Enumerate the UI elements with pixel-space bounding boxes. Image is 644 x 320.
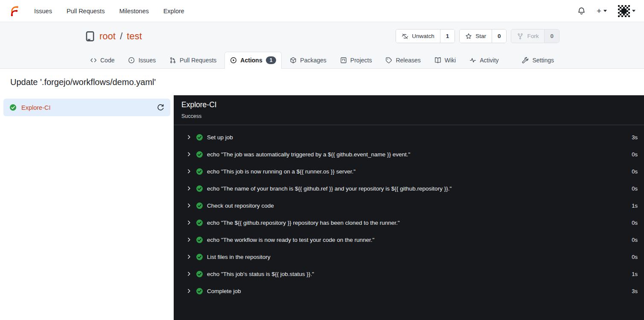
nav-item-issues[interactable]: Issues bbox=[27, 4, 59, 18]
tab-issues[interactable]: Issues bbox=[122, 52, 161, 68]
tab-label: Issues bbox=[138, 57, 155, 64]
forgejo-logo[interactable] bbox=[9, 5, 20, 17]
plus-icon: + bbox=[597, 7, 601, 15]
nav-item-pull-requests[interactable]: Pull Requests bbox=[59, 4, 112, 18]
check-circle-dark-icon bbox=[196, 168, 203, 175]
step-row[interactable]: Complete job3s bbox=[174, 282, 644, 299]
step-duration: 0s bbox=[632, 237, 638, 243]
tab-label: Activity bbox=[480, 57, 498, 64]
step-duration: 1s bbox=[632, 271, 638, 277]
repo-name-link[interactable]: test bbox=[127, 31, 142, 42]
chevron-right-icon bbox=[186, 168, 192, 174]
chevron-right-icon bbox=[186, 203, 192, 208]
check-circle-dark-icon bbox=[196, 151, 203, 158]
star-button[interactable]: Star bbox=[460, 29, 492, 43]
check-circle-dark-icon bbox=[196, 202, 203, 209]
tab-activity[interactable]: Activity bbox=[464, 52, 504, 68]
step-row[interactable]: echo "The name of your branch is ${{ git… bbox=[174, 180, 644, 197]
check-circle-dark-icon bbox=[196, 185, 203, 192]
tab-settings[interactable]: Settings bbox=[516, 52, 559, 68]
steps-list: Set up job3secho "The job was automatica… bbox=[174, 125, 644, 299]
tab-releases[interactable]: Releases bbox=[380, 52, 426, 68]
rerun-job-icon[interactable] bbox=[157, 104, 164, 111]
code-icon bbox=[90, 57, 97, 64]
repo-owner-link[interactable]: root bbox=[99, 31, 116, 42]
step-name: echo "The job was automatically triggere… bbox=[207, 151, 410, 158]
check-circle-dark-icon bbox=[196, 288, 203, 295]
log-job-title: Explore-CI bbox=[181, 100, 636, 109]
page-title: Update '.forgejo/workflows/demo.yaml' bbox=[10, 77, 156, 87]
tab-actions[interactable]: Actions1 bbox=[224, 52, 282, 69]
tab-label: Settings bbox=[532, 57, 554, 64]
repo-tabs: CodeIssuesPull RequestsActions1PackagesP… bbox=[85, 52, 559, 68]
star-count[interactable]: 0 bbox=[492, 29, 507, 43]
check-circle-dark-icon bbox=[196, 236, 203, 244]
jobs-sidebar: Explore-CI bbox=[0, 95, 174, 320]
step-row[interactable]: echo "The ${{ github.repository }} repos… bbox=[174, 214, 644, 231]
step-name: echo "The name of your branch is ${{ git… bbox=[207, 185, 452, 192]
step-name: echo "The workflow is now ready to test … bbox=[207, 237, 374, 243]
nav-item-milestones[interactable]: Milestones bbox=[112, 4, 156, 18]
nav-item-explore[interactable]: Explore bbox=[156, 4, 192, 18]
actions-count-badge: 1 bbox=[266, 56, 277, 64]
check-circle-dark-icon bbox=[196, 134, 203, 141]
tab-label: Wiki bbox=[445, 57, 456, 64]
job-item-explore-ci[interactable]: Explore-CI bbox=[3, 99, 170, 116]
step-row[interactable]: echo "The job was automatically triggere… bbox=[174, 146, 644, 163]
package-icon bbox=[290, 57, 297, 64]
step-row[interactable]: List files in the repository0s bbox=[174, 248, 644, 265]
step-duration: 0s bbox=[632, 220, 638, 226]
step-row[interactable]: Set up job3s bbox=[174, 129, 644, 146]
tab-wiki[interactable]: Wiki bbox=[429, 52, 461, 68]
tab-label: Actions bbox=[240, 57, 262, 64]
eye-off-icon bbox=[402, 33, 408, 40]
unwatch-label: Unwatch bbox=[412, 33, 434, 39]
fork-icon bbox=[517, 33, 524, 40]
create-new-button[interactable]: + bbox=[597, 7, 607, 15]
issue-icon bbox=[128, 57, 135, 64]
user-menu-button[interactable] bbox=[618, 5, 635, 17]
chevron-right-icon bbox=[186, 220, 192, 226]
caret-down-icon bbox=[603, 10, 607, 12]
fork-label: Fork bbox=[527, 33, 539, 39]
tab-projects[interactable]: Projects bbox=[335, 52, 378, 68]
star-icon bbox=[465, 33, 472, 40]
step-row[interactable]: echo "The workflow is now ready to test … bbox=[174, 231, 644, 248]
unwatch-count[interactable]: 1 bbox=[440, 29, 455, 43]
step-duration: 1s bbox=[632, 203, 638, 209]
chevron-right-icon bbox=[186, 134, 192, 140]
repo-header: root / test Unwatch1Star0Fork0 CodeIssue… bbox=[0, 22, 644, 69]
top-navbar: IssuesPull RequestsMilestonesExplore + bbox=[0, 0, 644, 22]
job-name: Explore-CI bbox=[21, 104, 51, 111]
tab-pull-requests[interactable]: Pull Requests bbox=[164, 52, 222, 68]
step-name: echo "This job is now running on a ${{ r… bbox=[207, 168, 356, 175]
step-row[interactable]: echo "This job's status is ${{ job.statu… bbox=[174, 265, 644, 282]
step-row[interactable]: Check out repository code1s bbox=[174, 197, 644, 214]
tab-label: Projects bbox=[350, 57, 372, 64]
tools-icon bbox=[522, 57, 529, 64]
tag-icon bbox=[385, 57, 392, 64]
repository-icon bbox=[85, 31, 96, 42]
chevron-right-icon bbox=[186, 254, 192, 260]
chevron-right-icon bbox=[186, 151, 192, 157]
step-row[interactable]: echo "This job is now running on a ${{ r… bbox=[174, 163, 644, 180]
fork-count[interactable]: 0 bbox=[544, 29, 559, 43]
tab-code[interactable]: Code bbox=[85, 52, 120, 68]
step-name: Check out repository code bbox=[207, 203, 274, 209]
step-name: echo "The ${{ github.repository }} repos… bbox=[207, 220, 400, 226]
unwatch-button[interactable]: Unwatch bbox=[396, 29, 440, 43]
log-panel: Explore-CI Success Set up job3secho "The… bbox=[174, 95, 644, 320]
log-header: Explore-CI Success bbox=[174, 95, 644, 125]
tab-label: Code bbox=[100, 57, 114, 64]
run-title-bar: Update '.forgejo/workflows/demo.yaml' bbox=[0, 69, 644, 95]
step-duration: 3s bbox=[632, 134, 638, 141]
project-icon bbox=[340, 57, 347, 64]
step-duration: 0s bbox=[632, 168, 638, 175]
chevron-right-icon bbox=[186, 237, 192, 243]
step-duration: 0s bbox=[632, 185, 638, 192]
step-name: echo "This job's status is ${{ job.statu… bbox=[207, 271, 314, 277]
tab-packages[interactable]: Packages bbox=[284, 52, 332, 68]
notifications-button[interactable] bbox=[577, 7, 586, 15]
step-name: Set up job bbox=[207, 134, 233, 141]
step-duration: 0s bbox=[632, 151, 638, 158]
